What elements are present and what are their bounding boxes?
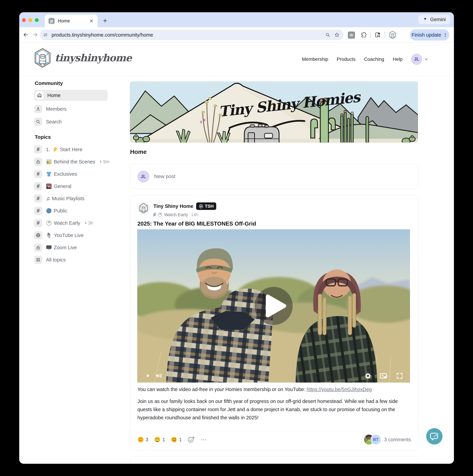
close-window-button[interactable] xyxy=(22,18,26,22)
hash-icon xyxy=(34,207,42,215)
video-pip-icon[interactable] xyxy=(380,372,387,380)
chat-snooze-icon xyxy=(430,432,439,441)
site-logo-text: tinyshinyhome xyxy=(55,52,132,64)
next-post-card[interactable] xyxy=(130,457,418,464)
home-icon xyxy=(35,91,44,100)
nav-coaching[interactable]: Coaching xyxy=(364,56,384,62)
topic-general[interactable]: General xyxy=(34,181,108,192)
page-title: Home xyxy=(130,149,147,155)
reaction-wink-tongue[interactable]: 1 xyxy=(171,436,182,443)
video-thumbnail xyxy=(137,229,410,383)
lock-icon xyxy=(34,158,42,166)
browser-window: p Home + Gemini products.tinyshinyhome.c… xyxy=(19,12,454,464)
video-settings-icon[interactable] xyxy=(365,373,371,379)
search-icon xyxy=(34,118,42,126)
grin-emoji-icon xyxy=(154,436,161,443)
zoom-window-button[interactable] xyxy=(35,18,39,22)
topic-exclusives[interactable]: Exclusives xyxy=(34,169,108,179)
add-reaction-icon[interactable] xyxy=(187,436,195,443)
sidebar-item-home[interactable]: Home xyxy=(34,90,108,101)
commenter-bt-avatar: BT xyxy=(371,434,381,445)
gemini-label: Gemini xyxy=(430,17,446,22)
video-play-icon[interactable] xyxy=(145,373,151,378)
topic-zoom-live[interactable]: Zoom Live xyxy=(34,242,108,253)
minimize-window-button[interactable] xyxy=(28,18,32,22)
person-icon xyxy=(34,105,42,113)
comments-summary[interactable]: BT 3 comments xyxy=(364,434,411,445)
topic-watch-early[interactable]: Watch Early 3h xyxy=(34,218,108,228)
reaction-smile[interactable]: 3 xyxy=(137,436,148,443)
desktop: p Home + Gemini products.tinyshinyhome.c… xyxy=(0,0,473,476)
post-meta: Watch Early 14h xyxy=(153,212,198,218)
nav-help[interactable]: Help xyxy=(393,56,403,62)
community-banner: Tiny Shiny Homies xyxy=(130,81,418,143)
smile-emoji-icon xyxy=(137,436,144,443)
asterisk-badge-icon xyxy=(199,204,203,208)
gemini-button[interactable]: Gemini xyxy=(418,15,450,24)
desert-emoji-icon xyxy=(46,159,52,165)
browser-menu-icon[interactable] xyxy=(443,33,448,37)
extensions-puzzle-icon[interactable] xyxy=(360,31,368,39)
monitor-emoji-icon xyxy=(46,245,52,250)
comments-count[interactable]: 3 comments xyxy=(384,437,411,442)
bookmark-star-icon[interactable] xyxy=(333,31,341,39)
browser-toolbar: products.tinyshinyhome.com/community/hom… xyxy=(19,27,454,43)
new-post-placeholder[interactable]: New post xyxy=(154,173,175,179)
account-menu[interactable]: JL xyxy=(411,54,428,65)
video-volume-icon[interactable] xyxy=(155,373,162,379)
sidebar-item-all-topics[interactable]: All topics xyxy=(34,254,108,265)
post-author-avatar[interactable] xyxy=(137,202,150,214)
reaction-grin[interactable]: 1 xyxy=(154,436,165,443)
globe-icon xyxy=(34,231,42,239)
youtube-link[interactable]: https://youtu.be/5nGJihoxDeg xyxy=(307,387,372,392)
new-post-box[interactable]: JL New post xyxy=(130,164,418,189)
top-navigation: Membership Products Coaching Help JL xyxy=(302,43,428,76)
finish-update-button[interactable]: Finish update xyxy=(410,29,449,40)
topic-music-playlists[interactable]: Music Playlists xyxy=(34,193,108,204)
nav-membership[interactable]: Membership xyxy=(302,56,328,62)
tshirt-emoji-icon xyxy=(46,171,52,177)
nav-products[interactable]: Products xyxy=(337,56,356,62)
post-body: Join us as our family looks back on our … xyxy=(137,397,410,422)
zoom-indicator-icon[interactable] xyxy=(324,31,332,39)
hash-icon xyxy=(34,170,42,178)
tsh-hexagon-logo-icon xyxy=(34,48,51,68)
post-title[interactable]: 2025: The Year of BIG MILESTONES Off-Gri… xyxy=(137,221,256,227)
back-button[interactable] xyxy=(22,31,30,38)
chevron-down-icon xyxy=(424,57,428,61)
topics-heading: Topics xyxy=(35,134,51,140)
address-bar[interactable]: products.tinyshinyhome.com/community/hom… xyxy=(40,30,343,40)
earth-emoji-icon xyxy=(46,208,52,214)
browser-tab[interactable]: p Home xyxy=(45,15,98,27)
bolt-icon xyxy=(84,221,88,225)
site-logo[interactable]: tinyshinyhome xyxy=(34,48,132,68)
topic-start-here[interactable]: 1.Start Here xyxy=(34,144,108,155)
page-search-icon[interactable] xyxy=(374,31,382,39)
topic-youtube-live[interactable]: YouTube Live xyxy=(34,230,108,241)
sparkle-icon xyxy=(422,17,428,22)
forward-button[interactable] xyxy=(32,31,39,38)
hash-icon xyxy=(34,219,42,227)
sidebar-item-members[interactable]: Members xyxy=(34,103,108,114)
clock-emoji-icon xyxy=(158,212,162,217)
post-time[interactable]: 14h xyxy=(191,212,198,217)
sidebar-item-search[interactable]: Search xyxy=(34,116,108,127)
post-card: Tiny Shiny Home TSH Watch Early 14h 2025… xyxy=(130,195,418,450)
grid-icon xyxy=(34,256,42,264)
topic-behind-the-scenes[interactable]: Behind the Scenes 9m xyxy=(34,156,108,167)
hash-icon xyxy=(34,182,42,190)
chat-widget-button[interactable] xyxy=(426,428,442,444)
video-fullscreen-icon[interactable] xyxy=(396,372,403,379)
tsh-extension-icon[interactable] xyxy=(389,31,397,39)
site-settings-icon[interactable] xyxy=(42,31,49,39)
tab-close-icon[interactable] xyxy=(89,18,94,24)
tubebuddy-extension-icon[interactable]: tb xyxy=(348,32,355,39)
more-actions-icon[interactable] xyxy=(201,436,206,443)
post-topic[interactable]: Watch Early xyxy=(164,212,188,217)
post-author-name[interactable]: Tiny Shiny Home xyxy=(153,204,193,209)
url-text[interactable]: products.tinyshinyhome.com/community/hom… xyxy=(51,32,324,38)
video-player[interactable] xyxy=(137,229,410,383)
topic-public[interactable]: Public xyxy=(34,205,108,216)
user-avatar[interactable]: JL xyxy=(411,54,422,65)
new-tab-button[interactable]: + xyxy=(101,16,109,25)
